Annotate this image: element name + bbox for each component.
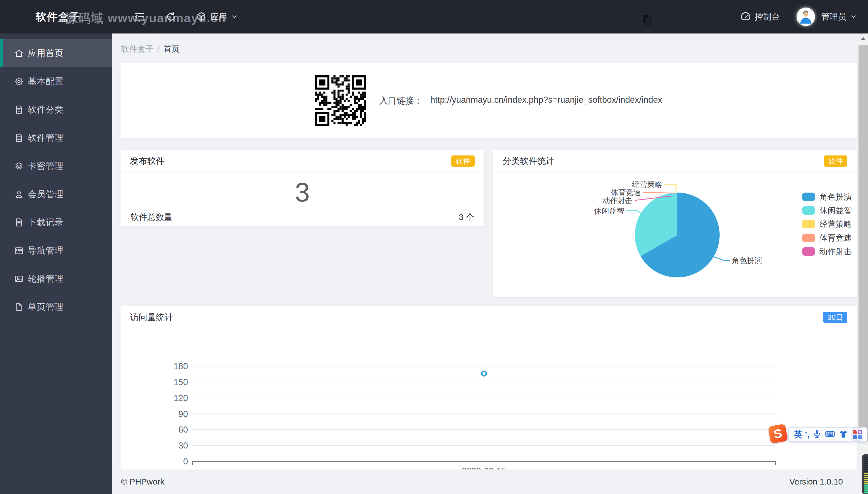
copyright-text: © PHPwork bbox=[121, 477, 164, 487]
document-icon bbox=[14, 104, 24, 115]
app-grid-icon[interactable] bbox=[851, 429, 863, 441]
app-menu-dropdown[interactable]: 应用 bbox=[196, 0, 238, 34]
microphone-icon[interactable] bbox=[812, 429, 822, 440]
sidebar-item-category[interactable]: 软件分类 bbox=[0, 95, 112, 124]
published-card-title: 发布软件 bbox=[130, 155, 164, 167]
sidebar-item-nav[interactable]: 导航管理 bbox=[0, 236, 112, 265]
sidebar-item-software[interactable]: 软件管理 bbox=[0, 124, 112, 152]
collapse-menu-button[interactable] bbox=[133, 0, 145, 34]
document-icon bbox=[14, 217, 24, 227]
sidebar-item-config[interactable]: 基本配置 bbox=[0, 67, 112, 95]
sidebar-item-label: 卡密管理 bbox=[28, 160, 64, 172]
volume-meter bbox=[862, 454, 868, 494]
page-icon bbox=[14, 302, 24, 312]
sidebar-item-label: 软件分类 bbox=[28, 104, 64, 116]
svg-text:角色扮演: 角色扮演 bbox=[820, 192, 852, 201]
sidebar-item-home[interactable]: 应用首页 bbox=[0, 39, 112, 67]
sidebar-item-cardkey[interactable]: 卡密管理 bbox=[0, 152, 112, 180]
sidebar-item-label: 单页管理 bbox=[28, 301, 64, 313]
sogou-logo[interactable]: S bbox=[768, 424, 788, 444]
image-icon bbox=[14, 274, 24, 284]
svg-text:动作射击: 动作射击 bbox=[820, 247, 852, 256]
punctuation-icon[interactable]: ’, bbox=[805, 430, 809, 439]
entry-link-label: 入口链接： bbox=[379, 95, 422, 107]
scrollbar-thumb[interactable] bbox=[859, 45, 868, 441]
refresh-button[interactable] bbox=[165, 0, 177, 34]
idcard-icon bbox=[14, 246, 24, 256]
main-content: 软件盒子/首页 入口链接： http://yuanmayu.cn/index.p… bbox=[112, 34, 859, 494]
sidebar-item-label: 轮播管理 bbox=[28, 273, 64, 285]
collapse-menu-icon bbox=[133, 11, 145, 23]
top-navbar: 软件盒子 源码域 www.yuanmayu.cn 应用 控制台 bbox=[0, 0, 868, 34]
software-count: 3 bbox=[131, 177, 474, 208]
y-tick-label: 0 bbox=[183, 457, 188, 467]
software-badge: 软件 bbox=[451, 155, 475, 167]
legend-item[interactable]: 休闲益智 bbox=[802, 206, 852, 215]
gear-icon bbox=[14, 76, 24, 87]
pie-label: 经营策略 bbox=[632, 180, 662, 189]
legend-item[interactable]: 经营策略 bbox=[802, 220, 852, 229]
sidebar-item-carousel[interactable]: 轮播管理 bbox=[0, 265, 112, 293]
software-total-value: 3 个 bbox=[459, 212, 474, 223]
version-text: Version 1.0.10 bbox=[789, 477, 843, 487]
entry-link-card: 入口链接： http://yuanmayu.cn/index.php?s=rua… bbox=[120, 63, 857, 138]
legend-item[interactable]: 动作射击 bbox=[802, 247, 852, 256]
category-stats-card: 分类软件统计 软件 经营策略体育竞速动作射击休闲益智角色扮演角色扮演休闲益智经营… bbox=[493, 150, 857, 297]
pie-label: 角色扮演 bbox=[732, 256, 762, 265]
copy-icon bbox=[640, 13, 655, 29]
sidebar-item-label: 导航管理 bbox=[28, 245, 64, 256]
y-tick-label: 90 bbox=[178, 409, 188, 419]
legend-item[interactable]: 角色扮演 bbox=[802, 192, 852, 201]
cube-icon bbox=[196, 11, 207, 22]
visits-stats-card: 访问量统计 30日 18015012090603002022-09-15 bbox=[120, 306, 857, 494]
qr-code bbox=[315, 75, 366, 126]
data-point bbox=[482, 372, 486, 376]
sidebar-item-label: 软件管理 bbox=[28, 132, 64, 144]
breadcrumb: 软件盒子/首页 bbox=[112, 34, 859, 62]
gauge-icon bbox=[740, 11, 751, 23]
y-tick-label: 150 bbox=[174, 377, 188, 387]
keyboard-icon[interactable] bbox=[825, 429, 836, 441]
console-button[interactable]: 控制台 bbox=[740, 0, 780, 34]
console-label: 控制台 bbox=[755, 11, 780, 23]
published-software-card: 发布软件 软件 3 软件总数量 3 个 bbox=[120, 150, 484, 226]
vertical-scrollbar bbox=[859, 34, 868, 494]
skin-icon[interactable] bbox=[838, 429, 849, 440]
home-icon bbox=[14, 48, 24, 58]
range-badge: 30日 bbox=[823, 312, 847, 323]
layers-icon bbox=[14, 161, 24, 171]
sidebar-item-label: 下载记录 bbox=[28, 216, 64, 228]
y-tick-label: 180 bbox=[174, 361, 188, 371]
entry-link-url: http://yuanmayu.cn/index.php?s=ruanjie_s… bbox=[430, 95, 663, 107]
avatar bbox=[796, 7, 815, 26]
y-tick-label: 60 bbox=[178, 425, 188, 435]
chevron-down-icon bbox=[850, 13, 857, 21]
legend-item[interactable]: 体育竞速 bbox=[802, 233, 852, 242]
app-menu-label: 应用 bbox=[210, 11, 227, 23]
svg-text:休闲益智: 休闲益智 bbox=[820, 206, 852, 215]
category-card-title: 分类软件统计 bbox=[502, 155, 554, 167]
sidebar-item-label: 应用首页 bbox=[28, 48, 64, 59]
breadcrumb-current: 首页 bbox=[163, 44, 180, 53]
sidebar-item-member[interactable]: 会员管理 bbox=[0, 180, 112, 208]
english-mode-icon[interactable]: 英 bbox=[794, 430, 802, 439]
user-menu[interactable]: 管理员 bbox=[796, 0, 857, 34]
sidebar-item-label: 会员管理 bbox=[28, 188, 64, 200]
breadcrumb-root[interactable]: 软件盒子 bbox=[121, 44, 153, 53]
sidebar-menu: 应用首页基本配置软件分类软件管理卡密管理会员管理下载记录导航管理轮播管理单页管理 bbox=[0, 34, 112, 494]
refresh-icon bbox=[165, 11, 177, 23]
software-badge: 软件 bbox=[824, 155, 847, 167]
sidebar-item-label: 基本配置 bbox=[28, 76, 64, 87]
document-icon bbox=[14, 133, 24, 143]
y-tick-label: 120 bbox=[174, 393, 188, 403]
svg-text:体育竞速: 体育竞速 bbox=[819, 233, 852, 242]
scrollbar-up-arrow[interactable] bbox=[859, 34, 868, 43]
ime-toolbar: 英 ’, bbox=[788, 427, 867, 442]
y-tick-label: 30 bbox=[178, 441, 188, 451]
sidebar-item-page[interactable]: 单页管理 bbox=[0, 293, 112, 321]
page-footer: © PHPwork Version 1.0.10 bbox=[112, 470, 859, 494]
pie-label: 动作射击 bbox=[603, 196, 633, 205]
pie-label: 休闲益智 bbox=[594, 207, 624, 215]
user-label: 管理员 bbox=[821, 11, 846, 23]
sidebar-item-download[interactable]: 下载记录 bbox=[0, 208, 112, 236]
